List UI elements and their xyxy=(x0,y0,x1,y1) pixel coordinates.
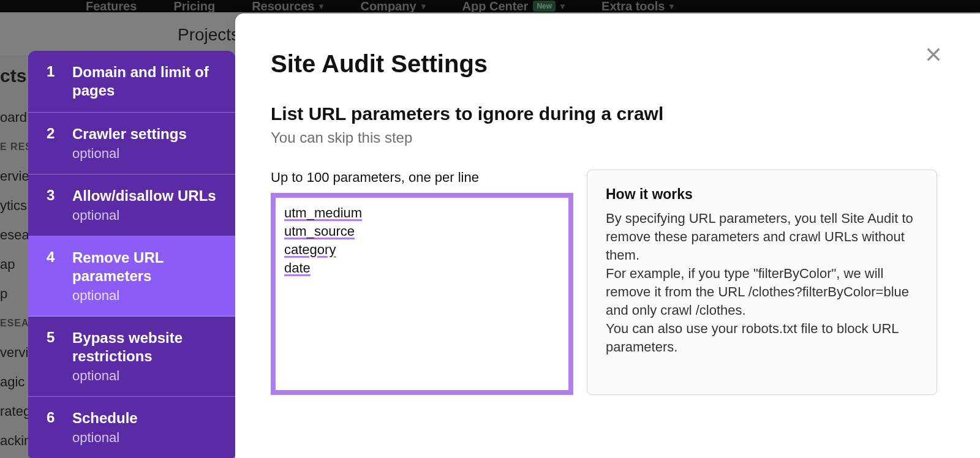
chevron-down-icon: ▾ xyxy=(319,1,323,11)
info-title: How it works xyxy=(606,185,918,203)
top-nav-item[interactable]: Pricing xyxy=(173,0,215,13)
step-optional-label: optional xyxy=(72,368,222,384)
step-number: 2 xyxy=(47,125,58,142)
modal-title: Site Audit Settings xyxy=(271,50,937,78)
step-optional-label: optional xyxy=(72,146,187,162)
top-nav-item[interactable]: Company ▾ xyxy=(360,0,425,13)
url-params-field-wrap xyxy=(271,193,573,395)
wizard-step[interactable]: 3Allow/disallow URLsoptional xyxy=(28,175,235,236)
modal-subtitle: List URL parameters to ignore during a c… xyxy=(271,103,937,124)
step-optional-label: optional xyxy=(72,208,216,223)
step-title: Domain and limit of pages xyxy=(72,63,222,100)
wizard-step[interactable]: 2Crawler settingsoptional xyxy=(28,113,235,175)
modal-hint: You can skip this step xyxy=(271,129,937,146)
breadcrumb: Projects xyxy=(178,25,239,45)
wizard-step[interactable]: 1Domain and limit of pages xyxy=(28,51,235,113)
chevron-down-icon: ▾ xyxy=(560,1,565,11)
step-title: Schedule xyxy=(72,409,138,427)
step-title: Allow/disallow URLs xyxy=(72,187,216,205)
step-number: 5 xyxy=(47,329,58,346)
step-title: Bypass website restrictions xyxy=(72,329,222,366)
step-optional-label: optional xyxy=(72,288,222,304)
wizard-step[interactable]: 6Scheduleoptional xyxy=(28,397,235,458)
step-title: Remove URL parameters xyxy=(72,249,222,285)
step-number: 6 xyxy=(47,409,58,426)
step-optional-label: optional xyxy=(72,430,138,446)
url-params-textarea[interactable] xyxy=(282,201,562,386)
step-number: 4 xyxy=(47,249,58,266)
top-navbar: FeaturesPricingResources ▾Company ▾App C… xyxy=(0,0,980,12)
wizard-steps: 1Domain and limit of pages2Crawler setti… xyxy=(28,51,235,458)
step-title: Crawler settings xyxy=(72,125,187,143)
chevron-down-icon: ▾ xyxy=(669,1,674,11)
field-label: Up to 100 parameters, one per line xyxy=(271,170,573,186)
top-nav-items: FeaturesPricingResources ▾Company ▾App C… xyxy=(86,0,674,13)
top-nav-item[interactable]: Resources ▾ xyxy=(252,0,323,13)
top-nav-item[interactable]: Extra tools ▾ xyxy=(601,0,674,13)
info-body: By specifying URL parameters, you tell S… xyxy=(606,209,918,356)
top-nav-item[interactable]: App Center New ▾ xyxy=(462,0,565,13)
wizard-step[interactable]: 5Bypass website restrictionsoptional xyxy=(28,317,235,397)
top-nav-item[interactable]: Features xyxy=(86,0,137,13)
chevron-down-icon: ▾ xyxy=(421,1,426,11)
settings-modal: Site Audit Settings List URL parameters … xyxy=(235,13,980,458)
step-number: 3 xyxy=(47,187,58,204)
new-badge: New xyxy=(533,1,556,12)
info-box: How it works By specifying URL parameter… xyxy=(587,170,937,395)
wizard-step[interactable]: 4Remove URL parametersoptional xyxy=(28,236,235,317)
step-number: 1 xyxy=(47,63,58,80)
